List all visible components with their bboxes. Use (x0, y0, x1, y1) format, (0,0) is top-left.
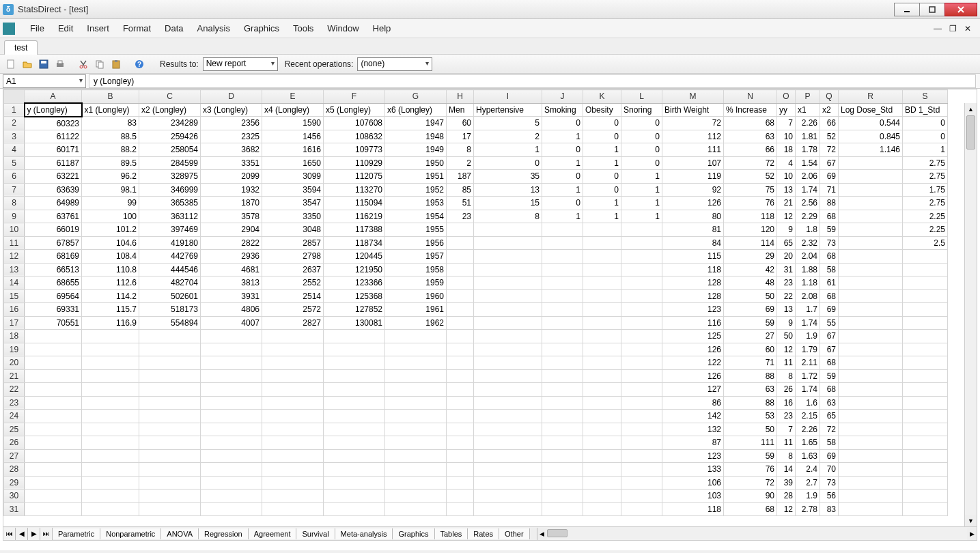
cell[interactable] (542, 223, 583, 237)
cell[interactable]: 12 (777, 343, 796, 356)
cell[interactable] (839, 343, 903, 356)
cell[interactable] (474, 330, 542, 343)
cell[interactable]: 55 (820, 316, 839, 330)
cell[interactable] (542, 423, 583, 436)
cell[interactable]: x1 (796, 103, 820, 117)
cell[interactable] (474, 383, 542, 397)
cell[interactable] (474, 223, 542, 237)
cell[interactable]: 112075 (324, 170, 385, 184)
cell[interactable]: 108632 (324, 130, 385, 143)
cell[interactable]: 442769 (139, 250, 201, 264)
cell[interactable]: 3099 (262, 170, 324, 184)
cell[interactable] (82, 356, 139, 370)
cell[interactable]: 502601 (139, 289, 201, 303)
minimize-button[interactable] (894, 3, 920, 16)
menu-format[interactable]: Format (116, 20, 158, 36)
cell[interactable]: 1 (474, 143, 542, 157)
cell[interactable]: 2.15 (796, 410, 820, 423)
cell[interactable]: 75 (724, 183, 777, 197)
cell[interactable]: 109773 (324, 143, 385, 157)
cell[interactable] (583, 476, 621, 490)
close-button[interactable] (944, 3, 977, 16)
formula-input[interactable]: y (Longley) (89, 74, 976, 88)
vertical-scrollbar[interactable]: ▲ ▼ (964, 103, 977, 526)
cell[interactable]: 2.7 (796, 476, 820, 490)
cell[interactable]: 234289 (139, 117, 201, 130)
cell[interactable]: y (Longley) (25, 103, 82, 117)
cell[interactable]: 66 (820, 117, 839, 130)
cell[interactable]: 90 (724, 490, 777, 503)
cell[interactable] (324, 502, 385, 516)
cell[interactable]: 1.7 (796, 303, 820, 317)
cell[interactable] (621, 356, 662, 370)
cell[interactable]: 66513 (25, 263, 82, 276)
cell[interactable]: Snoring (621, 103, 662, 117)
cell[interactable] (583, 463, 621, 477)
cell[interactable] (139, 369, 201, 383)
cell[interactable] (542, 289, 583, 303)
cell[interactable]: 2.25 (903, 223, 948, 237)
cell[interactable] (324, 330, 385, 343)
cell[interactable]: 2.5 (903, 236, 948, 250)
cell[interactable] (621, 236, 662, 250)
cell[interactable] (82, 502, 139, 516)
cell[interactable] (474, 289, 542, 303)
cell[interactable]: 99 (82, 197, 139, 210)
column-header-B[interactable]: B (82, 90, 139, 104)
cell[interactable]: 117388 (324, 223, 385, 237)
cell[interactable]: 11 (777, 356, 796, 370)
cell[interactable] (139, 383, 201, 397)
cell[interactable]: 2.04 (796, 250, 820, 264)
cell[interactable] (839, 356, 903, 370)
cell[interactable]: 110.8 (82, 263, 139, 276)
cell[interactable]: 2552 (262, 276, 324, 290)
cell[interactable] (583, 410, 621, 423)
cell[interactable] (542, 369, 583, 383)
cell[interactable] (621, 343, 662, 356)
cell[interactable]: 14 (777, 463, 796, 477)
cell[interactable] (262, 436, 324, 450)
cell[interactable]: 3594 (262, 183, 324, 197)
row-header[interactable]: 28 (4, 463, 25, 477)
cell[interactable]: 118 (662, 502, 724, 516)
row-header[interactable]: 16 (4, 303, 25, 317)
cell[interactable] (139, 410, 201, 423)
cell[interactable]: 115094 (324, 197, 385, 210)
menu-window[interactable]: Window (320, 20, 365, 36)
spreadsheet-grid[interactable]: ABCDEFGHIJKLMNOPQRS1y (Longley)x1 (Longl… (3, 89, 977, 541)
cell[interactable]: 284599 (139, 156, 201, 170)
cell[interactable] (583, 303, 621, 317)
cell[interactable]: 1.81 (796, 130, 820, 143)
cell[interactable]: 2.08 (796, 289, 820, 303)
cell[interactable] (621, 410, 662, 423)
cell[interactable] (621, 223, 662, 237)
cell[interactable] (583, 250, 621, 264)
cell[interactable] (474, 316, 542, 330)
cell[interactable]: 126 (662, 343, 724, 356)
cell[interactable]: 1958 (385, 263, 447, 276)
cell[interactable] (903, 449, 948, 463)
cell[interactable] (447, 396, 474, 410)
row-header[interactable]: 3 (4, 130, 25, 143)
cell[interactable] (542, 343, 583, 356)
cell[interactable]: BD 1_Std (903, 103, 948, 117)
mdi-close-button[interactable]: ✕ (962, 23, 973, 34)
column-header-O[interactable]: O (777, 90, 796, 104)
cell[interactable]: 87 (662, 436, 724, 450)
cell[interactable]: 0 (903, 117, 948, 130)
cell[interactable]: 187 (447, 170, 474, 184)
cell[interactable] (447, 476, 474, 490)
cell[interactable]: 112 (662, 130, 724, 143)
cell[interactable]: 259426 (139, 130, 201, 143)
cell[interactable] (139, 476, 201, 490)
cell[interactable] (903, 410, 948, 423)
cell[interactable] (82, 423, 139, 436)
cell[interactable]: 71 (724, 356, 777, 370)
cell[interactable]: 61 (820, 276, 839, 290)
row-header[interactable]: 14 (4, 276, 25, 290)
cell[interactable] (25, 369, 82, 383)
cell[interactable]: 2.56 (796, 197, 820, 210)
cell[interactable] (201, 356, 262, 370)
cell[interactable] (447, 463, 474, 477)
cell[interactable]: 50 (724, 289, 777, 303)
